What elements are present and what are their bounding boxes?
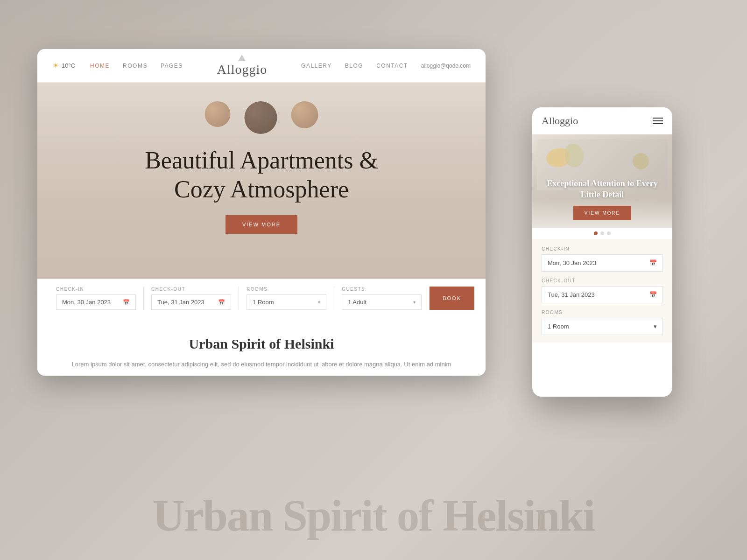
hero-title: Beautiful Apartments & Cozy Atmosphere <box>145 146 378 204</box>
guests-select[interactable]: 1 Adult ▾ <box>342 294 422 310</box>
hamburger-menu[interactable] <box>653 118 663 124</box>
art-blob-3 <box>633 153 649 169</box>
art-blob-2 <box>565 144 584 167</box>
hamburger-line-1 <box>653 118 663 119</box>
mobile-booking-form: CHECK-IN Mon, 30 Jan 2023 📅 CHECK-OUT Tu… <box>532 239 672 343</box>
hero-content: Beautiful Apartments & Cozy Atmosphere V… <box>145 146 378 234</box>
mobile-chevron-down-icon: ▾ <box>654 323 657 330</box>
desktop-nav: ☀ 10°C HOME ROOMS PAGES Alloggio GALLERY… <box>37 49 486 83</box>
section-title: Urban Spirit of Helsinki <box>65 336 458 352</box>
nav-contact[interactable]: CONTACT <box>376 63 408 69</box>
nav-right: GALLERY BLOG CONTACT alloggio@qode.com <box>301 63 471 69</box>
hero-section: Beautiful Apartments & Cozy Atmosphere V… <box>37 83 486 279</box>
checkout-label: CHECK-OUT <box>151 287 231 292</box>
logo-triangle-icon <box>238 55 246 61</box>
nav-blog[interactable]: BLOG <box>345 63 363 69</box>
dot-2[interactable] <box>600 231 604 235</box>
checkin-label: CHECK-IN <box>56 287 136 292</box>
logo-text: Alloggio <box>217 62 268 77</box>
mobile-checkin-input[interactable]: Mon, 30 Jan 2023 📅 <box>542 254 663 272</box>
calendar-icon-checkin: 📅 <box>123 299 130 306</box>
wall-circle-2 <box>245 101 277 134</box>
desktop-window: ☀ 10°C HOME ROOMS PAGES Alloggio GALLERY… <box>37 49 486 376</box>
rooms-select[interactable]: 1 Room ▾ <box>247 294 326 310</box>
checkout-input[interactable]: Tue, 31 Jan 2023 📅 <box>151 294 231 310</box>
mobile-calendar-icon-checkin: 📅 <box>649 259 657 266</box>
checkin-input[interactable]: Mon, 30 Jan 2023 📅 <box>56 294 136 310</box>
chevron-down-icon: ▾ <box>318 300 320 305</box>
nav-home[interactable]: HOME <box>90 63 110 69</box>
nav-links: HOME ROOMS PAGES <box>90 63 183 69</box>
mobile-window: Alloggio Exceptional Attention to Every … <box>532 107 672 397</box>
chevron-down-guests-icon: ▾ <box>413 300 416 305</box>
mobile-rooms-select[interactable]: 1 Room ▾ <box>542 318 663 335</box>
nav-rooms[interactable]: ROOMS <box>123 63 148 69</box>
guests-label: GUESTS: <box>342 287 422 292</box>
nav-left: ☀ 10°C HOME ROOMS PAGES <box>52 61 183 70</box>
guests-field: GUESTS: 1 Adult ▾ <box>334 287 430 310</box>
rooms-label: ROOMS <box>247 287 326 292</box>
mobile-logo[interactable]: Alloggio <box>542 115 578 127</box>
booking-bar: CHECK-IN Mon, 30 Jan 2023 📅 CHECK-OUT Tu… <box>37 279 486 317</box>
nav-pages[interactable]: PAGES <box>161 63 183 69</box>
hamburger-line-2 <box>653 120 663 121</box>
wall-circle-3 <box>291 101 318 128</box>
mobile-hero-title: Exceptional Attention to Every Little De… <box>540 178 665 200</box>
checkin-field: CHECK-IN Mon, 30 Jan 2023 📅 <box>49 287 144 310</box>
calendar-icon-checkout: 📅 <box>218 299 225 306</box>
rooms-field: ROOMS 1 Room ▾ <box>239 287 334 310</box>
nav-gallery[interactable]: GALLERY <box>301 63 332 69</box>
mobile-checkout-label: CHECK-OUT <box>542 278 663 283</box>
checkout-field: CHECK-OUT Tue, 31 Jan 2023 📅 <box>144 287 239 310</box>
mobile-rooms-label: ROOMS <box>542 310 663 315</box>
carousel-dots <box>532 228 672 239</box>
dot-3[interactable] <box>607 231 611 235</box>
mobile-checkout-input[interactable]: Tue, 31 Jan 2023 📅 <box>542 286 663 303</box>
mobile-nav: Alloggio <box>532 107 672 134</box>
mobile-calendar-icon-checkout: 📅 <box>649 291 657 298</box>
hero-cta-button[interactable]: VIEW MORE <box>226 215 297 234</box>
content-section: Urban Spirit of Helsinki Lorem ipsum dol… <box>37 317 486 376</box>
background-text: Urban Spirit of Helsinki <box>153 490 595 541</box>
hamburger-line-3 <box>653 123 663 124</box>
nav-email: alloggio@qode.com <box>421 63 471 69</box>
section-text: Lorem ipsum dolor sit amet, consectetur … <box>65 359 458 370</box>
sun-icon: ☀ <box>52 61 59 70</box>
mobile-checkin-label: CHECK-IN <box>542 246 663 252</box>
wall-decorations <box>205 101 318 134</box>
book-button[interactable]: BOOK <box>430 287 474 310</box>
desktop-logo[interactable]: Alloggio <box>217 55 268 77</box>
mobile-hero-content: Exceptional Attention to Every Little De… <box>532 178 672 220</box>
mobile-hero-cta-button[interactable]: VIEW MORE <box>573 206 631 220</box>
mobile-hero: Exceptional Attention to Every Little De… <box>532 134 672 228</box>
temperature: 10°C <box>62 62 75 69</box>
weather-display: ☀ 10°C <box>52 61 75 70</box>
wall-circle-1 <box>205 101 231 127</box>
dot-1[interactable] <box>594 231 598 235</box>
